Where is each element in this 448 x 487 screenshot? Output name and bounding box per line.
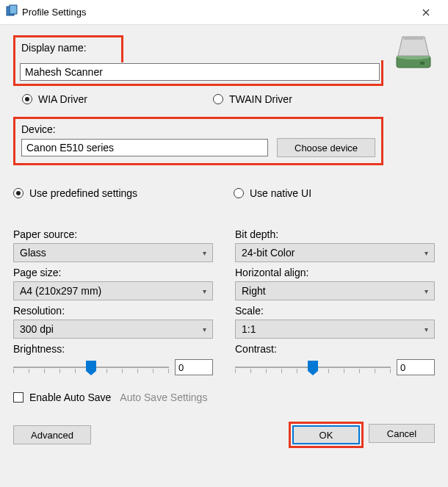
chevron-down-icon: ▾ [203,287,206,295]
native-ui-label: Use native UI [250,187,311,199]
device-value: Canon E510 series [26,142,114,154]
brightness-value-input[interactable] [175,359,213,375]
radio-icon [22,94,32,104]
profile-settings-window: Profile Settings Display name: [0,0,448,487]
display-name-input[interactable] [20,63,380,81]
contrast-slider[interactable] [235,358,435,383]
predefined-settings-radio[interactable]: Use predefined settings [13,187,234,199]
resolution-value: 300 dpi [20,323,54,335]
radio-icon [213,94,223,104]
paper-source-combo[interactable]: Glass ▾ [13,243,213,262]
ok-button[interactable]: OK [292,425,360,444]
left-column: Paper source: Glass ▾ Page size: A4 (210… [13,228,213,383]
radio-icon [234,188,244,198]
contrast-label: Contrast: [235,343,435,355]
twain-driver-radio[interactable]: TWAIN Driver [213,93,292,105]
device-field[interactable]: Canon E510 series [21,139,268,156]
horizontal-align-label: Horizontal align: [235,267,435,278]
right-column: Bit depth: 24-bit Color ▾ Horizontal ali… [235,228,435,383]
bit-depth-combo[interactable]: 24-bit Color ▾ [235,243,435,262]
advanced-button[interactable]: Advanced [13,425,91,444]
scale-combo[interactable]: 1:1 ▾ [235,320,435,339]
device-highlight: Device: Canon E510 series Choose device [13,117,383,165]
app-icon [6,4,19,20]
dialog-footer: Advanced OK Cancel [13,424,435,446]
display-name-label: Display name: [21,42,115,54]
cancel-button[interactable]: Cancel [369,424,435,443]
resolution-label: Resolution: [13,305,213,317]
enable-auto-save-label: Enable Auto Save [29,392,111,403]
horizontal-align-combo[interactable]: Right ▾ [235,281,435,300]
wia-driver-radio[interactable]: WIA Driver [22,93,213,105]
settings-mode-group: Use predefined settings Use native UI [13,187,435,199]
brightness-label: Brightness: [13,343,213,355]
page-size-value: A4 (210x297 mm) [20,285,101,297]
dialog-content: Display name: WIA Driver TWAIN Driver De… [0,25,448,456]
page-size-label: Page size: [13,267,213,278]
scale-label: Scale: [235,305,435,317]
wia-driver-label: WIA Driver [38,93,87,105]
paper-source-label: Paper source: [13,228,213,240]
settings-columns: Paper source: Glass ▾ Page size: A4 (210… [13,228,435,383]
bit-depth-value: 24-bit Color [242,247,295,259]
bit-depth-label: Bit depth: [235,228,435,240]
device-label: Device: [21,123,375,135]
paper-source-value: Glass [20,247,46,259]
native-ui-radio[interactable]: Use native UI [234,187,311,199]
slider-thumb[interactable] [308,361,318,375]
chevron-down-icon: ▾ [424,249,428,257]
svg-rect-1 [10,5,17,14]
contrast-value-input[interactable] [397,359,435,375]
choose-device-button[interactable]: Choose device [277,138,375,157]
chevron-down-icon: ▾ [203,325,206,333]
ok-highlight: OK [291,424,361,446]
predefined-settings-label: Use predefined settings [29,187,137,199]
auto-save-row: Enable Auto Save Auto Save Settings [13,392,435,403]
chevron-down-icon: ▾ [424,287,428,295]
horizontal-align-value: Right [242,285,266,297]
enable-auto-save-checkbox[interactable] [13,392,24,403]
close-button[interactable] [410,1,442,24]
display-name-highlight-bottom [13,60,383,86]
page-size-combo[interactable]: A4 (210x297 mm) ▾ [13,281,213,300]
display-name-highlight-top: Display name: [13,35,123,62]
chevron-down-icon: ▾ [424,325,428,333]
scale-value: 1:1 [242,323,256,335]
brightness-slider[interactable] [13,358,213,383]
titlebar: Profile Settings [0,0,448,25]
twain-driver-label: TWAIN Driver [229,93,292,105]
radio-icon [13,188,24,198]
driver-radio-group: WIA Driver TWAIN Driver [13,93,435,105]
chevron-down-icon: ▾ [203,249,206,257]
resolution-combo[interactable]: 300 dpi ▾ [13,320,213,339]
auto-save-settings-link[interactable]: Auto Save Settings [120,392,207,403]
slider-thumb[interactable] [86,361,96,375]
window-title: Profile Settings [19,7,410,18]
